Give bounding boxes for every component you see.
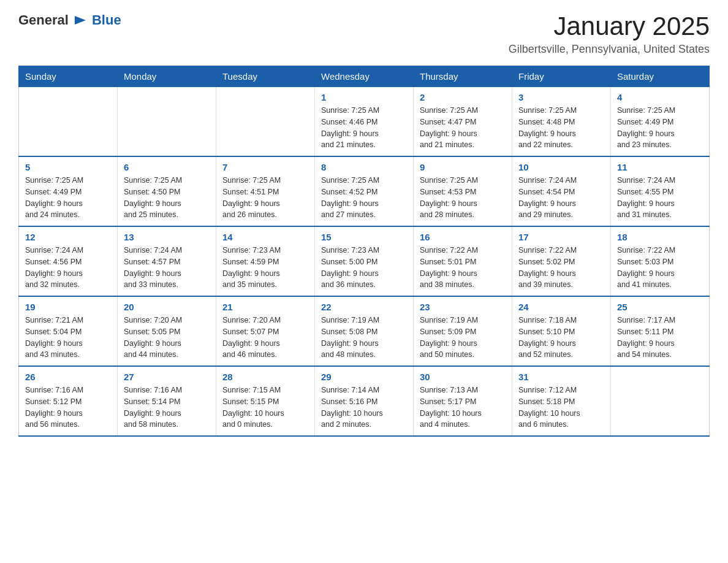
day-number: 28 <box>222 372 308 382</box>
weekday-header-friday: Friday <box>512 66 611 87</box>
day-info: Sunrise: 7:24 AMSunset: 4:55 PMDaylight:… <box>617 175 703 221</box>
calendar-cell: 21Sunrise: 7:20 AMSunset: 5:07 PMDayligh… <box>216 296 315 366</box>
day-info: Sunrise: 7:25 AMSunset: 4:50 PMDaylight:… <box>124 175 210 221</box>
calendar-cell: 18Sunrise: 7:22 AMSunset: 5:03 PMDayligh… <box>611 226 710 296</box>
weekday-header-saturday: Saturday <box>611 66 710 87</box>
day-number: 15 <box>321 232 407 242</box>
day-info: Sunrise: 7:25 AMSunset: 4:48 PMDaylight:… <box>518 105 604 151</box>
logo-general-text: General <box>18 12 69 28</box>
day-number: 29 <box>321 372 407 382</box>
calendar-cell: 3Sunrise: 7:25 AMSunset: 4:48 PMDaylight… <box>512 87 611 157</box>
day-info: Sunrise: 7:19 AMSunset: 5:09 PMDaylight:… <box>420 315 506 361</box>
day-number: 20 <box>124 302 210 312</box>
location-subtitle: Gilbertsville, Pennsylvania, United Stat… <box>509 43 710 56</box>
day-info: Sunrise: 7:25 AMSunset: 4:52 PMDaylight:… <box>321 175 407 221</box>
calendar-cell: 9Sunrise: 7:25 AMSunset: 4:53 PMDaylight… <box>414 156 512 226</box>
day-info: Sunrise: 7:24 AMSunset: 4:54 PMDaylight:… <box>518 175 604 221</box>
calendar-cell: 8Sunrise: 7:25 AMSunset: 4:52 PMDaylight… <box>315 156 414 226</box>
calendar-cell: 28Sunrise: 7:15 AMSunset: 5:15 PMDayligh… <box>216 366 315 436</box>
calendar-cell: 15Sunrise: 7:23 AMSunset: 5:00 PMDayligh… <box>315 226 414 296</box>
day-number: 18 <box>617 232 703 242</box>
calendar-cell: 12Sunrise: 7:24 AMSunset: 4:56 PMDayligh… <box>19 226 118 296</box>
title-section: January 2025 Gilbertsville, Pennsylvania… <box>509 12 710 56</box>
day-info: Sunrise: 7:25 AMSunset: 4:53 PMDaylight:… <box>420 175 506 221</box>
day-info: Sunrise: 7:23 AMSunset: 5:00 PMDaylight:… <box>321 245 407 291</box>
calendar-cell: 13Sunrise: 7:24 AMSunset: 4:57 PMDayligh… <box>118 226 216 296</box>
day-info: Sunrise: 7:16 AMSunset: 5:14 PMDaylight:… <box>124 385 210 431</box>
calendar-week-row: 1Sunrise: 7:25 AMSunset: 4:46 PMDaylight… <box>19 87 710 157</box>
calendar-cell: 6Sunrise: 7:25 AMSunset: 4:50 PMDaylight… <box>118 156 216 226</box>
calendar-week-row: 12Sunrise: 7:24 AMSunset: 4:56 PMDayligh… <box>19 226 710 296</box>
logo[interactable]: General Blue <box>18 12 121 28</box>
day-info: Sunrise: 7:24 AMSunset: 4:56 PMDaylight:… <box>25 245 111 291</box>
day-info: Sunrise: 7:25 AMSunset: 4:46 PMDaylight:… <box>321 105 407 151</box>
calendar-body: 1Sunrise: 7:25 AMSunset: 4:46 PMDaylight… <box>19 87 710 437</box>
day-number: 1 <box>321 92 407 102</box>
day-number: 8 <box>321 162 407 172</box>
day-number: 9 <box>420 162 506 172</box>
day-info: Sunrise: 7:17 AMSunset: 5:11 PMDaylight:… <box>617 315 703 361</box>
calendar-week-row: 19Sunrise: 7:21 AMSunset: 5:04 PMDayligh… <box>19 296 710 366</box>
day-number: 23 <box>420 302 506 312</box>
day-info: Sunrise: 7:25 AMSunset: 4:49 PMDaylight:… <box>25 175 111 221</box>
calendar-cell: 26Sunrise: 7:16 AMSunset: 5:12 PMDayligh… <box>19 366 118 436</box>
day-info: Sunrise: 7:24 AMSunset: 4:57 PMDaylight:… <box>124 245 210 291</box>
calendar-table: SundayMondayTuesdayWednesdayThursdayFrid… <box>18 66 710 437</box>
day-number: 6 <box>124 162 210 172</box>
day-number: 5 <box>25 162 111 172</box>
day-info: Sunrise: 7:16 AMSunset: 5:12 PMDaylight:… <box>25 385 111 431</box>
weekday-header-row: SundayMondayTuesdayWednesdayThursdayFrid… <box>19 66 710 87</box>
day-number: 26 <box>25 372 111 382</box>
day-number: 24 <box>518 302 604 312</box>
calendar-header: SundayMondayTuesdayWednesdayThursdayFrid… <box>19 66 710 87</box>
calendar-cell: 16Sunrise: 7:22 AMSunset: 5:01 PMDayligh… <box>414 226 512 296</box>
weekday-header-sunday: Sunday <box>19 66 118 87</box>
day-info: Sunrise: 7:19 AMSunset: 5:08 PMDaylight:… <box>321 315 407 361</box>
calendar-cell <box>118 87 216 157</box>
weekday-header-wednesday: Wednesday <box>315 66 414 87</box>
calendar-cell: 7Sunrise: 7:25 AMSunset: 4:51 PMDaylight… <box>216 156 315 226</box>
calendar-cell: 29Sunrise: 7:14 AMSunset: 5:16 PMDayligh… <box>315 366 414 436</box>
day-number: 30 <box>420 372 506 382</box>
calendar-cell <box>216 87 315 157</box>
calendar-cell: 11Sunrise: 7:24 AMSunset: 4:55 PMDayligh… <box>611 156 710 226</box>
day-number: 11 <box>617 162 703 172</box>
day-number: 13 <box>124 232 210 242</box>
calendar-cell: 17Sunrise: 7:22 AMSunset: 5:02 PMDayligh… <box>512 226 611 296</box>
calendar-week-row: 26Sunrise: 7:16 AMSunset: 5:12 PMDayligh… <box>19 366 710 436</box>
calendar-cell: 14Sunrise: 7:23 AMSunset: 4:59 PMDayligh… <box>216 226 315 296</box>
day-number: 14 <box>222 232 308 242</box>
weekday-header-tuesday: Tuesday <box>216 66 315 87</box>
calendar-cell: 27Sunrise: 7:16 AMSunset: 5:14 PMDayligh… <box>118 366 216 436</box>
day-info: Sunrise: 7:20 AMSunset: 5:07 PMDaylight:… <box>222 315 308 361</box>
weekday-header-thursday: Thursday <box>414 66 512 87</box>
day-number: 19 <box>25 302 111 312</box>
day-info: Sunrise: 7:22 AMSunset: 5:01 PMDaylight:… <box>420 245 506 291</box>
day-number: 10 <box>518 162 604 172</box>
day-info: Sunrise: 7:23 AMSunset: 4:59 PMDaylight:… <box>222 245 308 291</box>
calendar-cell: 4Sunrise: 7:25 AMSunset: 4:49 PMDaylight… <box>611 87 710 157</box>
calendar-cell: 22Sunrise: 7:19 AMSunset: 5:08 PMDayligh… <box>315 296 414 366</box>
weekday-header-monday: Monday <box>118 66 216 87</box>
calendar-cell: 25Sunrise: 7:17 AMSunset: 5:11 PMDayligh… <box>611 296 710 366</box>
day-number: 4 <box>617 92 703 102</box>
calendar-cell: 10Sunrise: 7:24 AMSunset: 4:54 PMDayligh… <box>512 156 611 226</box>
calendar-cell: 30Sunrise: 7:13 AMSunset: 5:17 PMDayligh… <box>414 366 512 436</box>
day-number: 7 <box>222 162 308 172</box>
day-info: Sunrise: 7:22 AMSunset: 5:02 PMDaylight:… <box>518 245 604 291</box>
svg-marker-0 <box>75 16 86 25</box>
day-number: 3 <box>518 92 604 102</box>
day-number: 31 <box>518 372 604 382</box>
day-info: Sunrise: 7:13 AMSunset: 5:17 PMDaylight:… <box>420 385 506 431</box>
day-info: Sunrise: 7:21 AMSunset: 5:04 PMDaylight:… <box>25 315 111 361</box>
day-number: 17 <box>518 232 604 242</box>
calendar-cell: 24Sunrise: 7:18 AMSunset: 5:10 PMDayligh… <box>512 296 611 366</box>
calendar-cell <box>19 87 118 157</box>
calendar-cell: 2Sunrise: 7:25 AMSunset: 4:47 PMDaylight… <box>414 87 512 157</box>
day-number: 21 <box>222 302 308 312</box>
calendar-cell: 1Sunrise: 7:25 AMSunset: 4:46 PMDaylight… <box>315 87 414 157</box>
day-number: 2 <box>420 92 506 102</box>
day-number: 12 <box>25 232 111 242</box>
logo-icon <box>72 12 88 28</box>
day-info: Sunrise: 7:25 AMSunset: 4:47 PMDaylight:… <box>420 105 506 151</box>
